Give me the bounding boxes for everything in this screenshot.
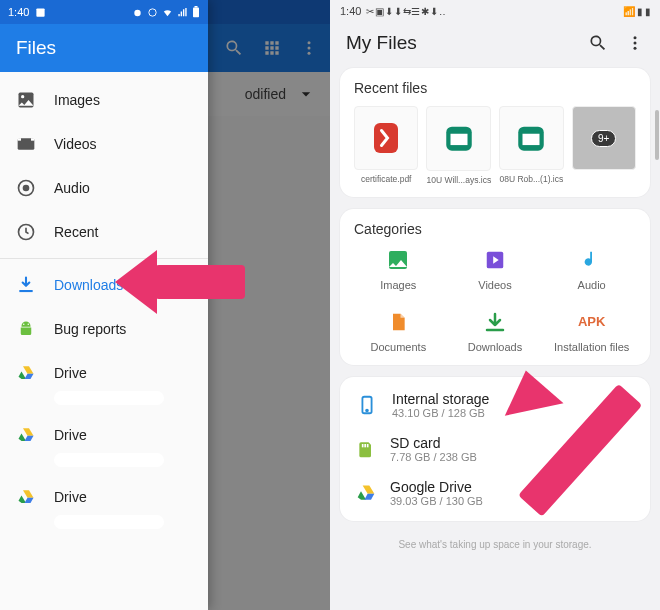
drawer-item-label: Images (54, 92, 100, 108)
svg-point-17 (23, 323, 25, 325)
storage-name: SD card (390, 435, 477, 451)
video-icon (16, 134, 36, 154)
status-time: 1:40 (8, 6, 29, 18)
status-time: 1:40 (340, 5, 361, 17)
audio-icon (16, 178, 36, 198)
drawer-title: Files (0, 24, 208, 72)
svg-point-18 (28, 323, 30, 325)
drive-icon (16, 425, 36, 445)
category-label: Videos (478, 279, 511, 291)
image-icon (16, 90, 36, 110)
apk-icon: APK (579, 309, 605, 335)
category-documents[interactable]: Documents (354, 309, 443, 353)
download-icon (482, 309, 508, 335)
svg-rect-16 (19, 290, 32, 292)
status-bar: 1:40 (0, 0, 208, 24)
recent-heading: Recent files (354, 80, 636, 96)
status-left-icons: ✂ ▣ ⬇ ⬇ ⇆ ☰ ✱ ⬇ ‥ (366, 6, 444, 17)
signal-icon: ▮ (637, 6, 642, 17)
sdcard-icon (356, 439, 376, 459)
svg-rect-24 (450, 134, 467, 145)
categories-heading: Categories (354, 221, 636, 237)
drawer-item-label: Drive (54, 489, 87, 505)
drawer-item-label: Downloads (54, 277, 123, 293)
category-apk[interactable]: APK Installation files (547, 309, 636, 353)
drawer-item-label: Drive (54, 427, 87, 443)
drive-icon (16, 487, 36, 507)
battery-icon (192, 6, 200, 18)
alarm-icon (132, 7, 143, 18)
svg-point-19 (634, 36, 637, 39)
svg-rect-7 (195, 6, 198, 8)
calendar-icon (499, 106, 563, 170)
categories-card: Categories Images Videos Audio Documents… (340, 209, 650, 365)
storage-sdcard[interactable]: SD card 7.78 GB / 238 GB (354, 427, 636, 471)
storage-gdrive[interactable]: Google Drive 39.03 GB / 130 GB (354, 471, 636, 515)
recent-icon (16, 222, 36, 242)
recent-label: 10U Will...ays.ics (426, 175, 491, 185)
category-label: Documents (371, 341, 427, 353)
drawer-item-videos[interactable]: Videos (0, 122, 208, 166)
svg-point-5 (149, 8, 156, 15)
category-audio[interactable]: Audio (547, 247, 636, 291)
phone-left: odified d723045.png NG image G image 1:4… (0, 0, 330, 610)
category-downloads[interactable]: Downloads (451, 309, 540, 353)
svg-rect-6 (193, 8, 199, 18)
recent-item[interactable]: certificate.pdf (354, 106, 418, 185)
drawer-item-images[interactable]: Images (0, 78, 208, 122)
sync-icon (147, 7, 158, 18)
image-icon (385, 247, 411, 273)
recent-more[interactable]: 9+ (572, 106, 636, 185)
drawer-item-downloads[interactable]: Downloads (0, 263, 208, 307)
calendar-icon (426, 106, 491, 171)
screenshot-icon (35, 7, 46, 18)
page-title: My Files (346, 32, 417, 54)
category-label: Audio (578, 279, 606, 291)
category-label: Installation files (554, 341, 629, 353)
storage-internal[interactable]: Internal storage 43.10 GB / 128 GB (354, 383, 636, 427)
drawer-item-label: Drive (54, 365, 87, 381)
svg-rect-11 (18, 138, 21, 141)
recent-label: certificate.pdf (354, 174, 418, 184)
drawer-item-audio[interactable]: Audio (0, 166, 208, 210)
recent-item[interactable]: 10U Will...ays.ics (426, 106, 491, 185)
category-images[interactable]: Images (354, 247, 443, 291)
drawer-item-drive[interactable]: Drive (0, 413, 208, 457)
drive-icon (356, 483, 376, 503)
svg-point-30 (366, 409, 368, 411)
drawer-item-bugreports[interactable]: Bug reports (0, 307, 208, 351)
drawer-item-drive[interactable]: Drive (0, 475, 208, 519)
phone-icon (356, 394, 378, 416)
svg-point-21 (634, 47, 637, 50)
android-icon (16, 319, 36, 339)
wifi-icon (162, 7, 173, 18)
svg-point-14 (24, 186, 29, 191)
drive-icon (16, 363, 36, 383)
drawer-item-recent[interactable]: Recent (0, 210, 208, 254)
document-icon (385, 309, 411, 335)
storage-sub: 7.78 GB / 238 GB (390, 451, 477, 463)
drive-account-redacted (54, 391, 164, 405)
drawer-item-label: Bug reports (54, 321, 126, 337)
category-label: Images (380, 279, 416, 291)
nav-drawer: 1:40 Files Images Videos (0, 0, 208, 610)
download-icon (16, 275, 36, 295)
recent-files-card: Recent files certificate.pdf 10U Will...… (340, 68, 650, 197)
drawer-item-drive[interactable]: Drive (0, 351, 208, 395)
storage-name: Internal storage (392, 391, 489, 407)
battery-icon: ▮ (645, 6, 650, 17)
recent-item[interactable]: 08U Rob...(1).ics (499, 106, 563, 185)
storage-footnote[interactable]: See what's taking up space in your stora… (330, 533, 660, 562)
svg-rect-12 (31, 138, 34, 141)
storage-sub: 39.03 GB / 130 GB (390, 495, 483, 507)
category-videos[interactable]: Videos (451, 247, 540, 291)
svg-rect-32 (364, 444, 366, 447)
drawer-item-label: Audio (54, 180, 90, 196)
more-icon[interactable] (626, 33, 644, 53)
svg-rect-31 (362, 444, 364, 447)
storage-card: Internal storage 43.10 GB / 128 GB SD ca… (340, 377, 650, 521)
drawer-item-label: Videos (54, 136, 97, 152)
status-bar: 1:40 ✂ ▣ ⬇ ⬇ ⇆ ☰ ✱ ⬇ ‥ 📶 ▮ ▮ (330, 0, 660, 22)
scrollbar[interactable] (655, 110, 659, 160)
search-icon[interactable] (588, 33, 608, 53)
